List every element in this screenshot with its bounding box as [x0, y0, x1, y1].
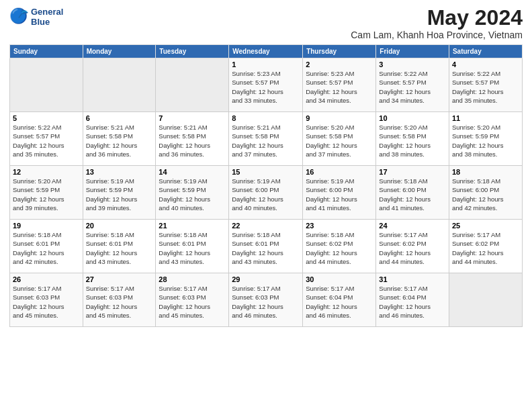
- calendar-cell: [449, 273, 522, 327]
- calendar-header-row: Sunday Monday Tuesday Wednesday Thursday…: [10, 45, 523, 58]
- day-info: Sunrise: 5:17 AM Sunset: 6:04 PM Dayligh…: [306, 284, 373, 320]
- col-thursday: Thursday: [303, 45, 376, 58]
- logo-text-block: General Blue: [31, 7, 63, 27]
- day-info: Sunrise: 5:19 AM Sunset: 6:00 PM Dayligh…: [306, 177, 373, 212]
- calendar-cell: 11Sunrise: 5:20 AM Sunset: 5:59 PM Dayli…: [449, 112, 522, 166]
- col-saturday: Saturday: [449, 45, 522, 58]
- calendar-cell: 1Sunrise: 5:23 AM Sunset: 5:57 PM Daylig…: [229, 58, 303, 112]
- calendar-cell: 2Sunrise: 5:23 AM Sunset: 5:57 PM Daylig…: [303, 58, 376, 112]
- calendar-cell: 7Sunrise: 5:21 AM Sunset: 5:58 PM Daylig…: [156, 112, 229, 166]
- month-title: May 2024: [351, 7, 523, 28]
- day-info: Sunrise: 5:18 AM Sunset: 6:00 PM Dayligh…: [379, 177, 446, 212]
- day-info: Sunrise: 5:18 AM Sunset: 6:01 PM Dayligh…: [232, 230, 300, 266]
- day-info: Sunrise: 5:20 AM Sunset: 5:59 PM Dayligh…: [452, 123, 519, 158]
- calendar-cell: 14Sunrise: 5:19 AM Sunset: 5:59 PM Dayli…: [156, 166, 229, 220]
- day-number: 24: [379, 222, 446, 230]
- calendar-cell: 19Sunrise: 5:18 AM Sunset: 6:01 PM Dayli…: [10, 220, 83, 273]
- day-info: Sunrise: 5:17 AM Sunset: 6:04 PM Dayligh…: [379, 284, 446, 320]
- day-info: Sunrise: 5:17 AM Sunset: 6:02 PM Dayligh…: [379, 230, 446, 266]
- day-info: Sunrise: 5:18 AM Sunset: 6:00 PM Dayligh…: [452, 177, 519, 212]
- day-number: 10: [379, 114, 446, 122]
- calendar-cell: 5Sunrise: 5:22 AM Sunset: 5:57 PM Daylig…: [10, 112, 83, 166]
- col-sunday: Sunday: [10, 45, 83, 58]
- day-info: Sunrise: 5:19 AM Sunset: 5:59 PM Dayligh…: [159, 177, 226, 212]
- day-info: Sunrise: 5:20 AM Sunset: 5:58 PM Dayligh…: [379, 123, 446, 158]
- calendar-week-1: 1Sunrise: 5:23 AM Sunset: 5:57 PM Daylig…: [10, 58, 523, 112]
- day-number: 2: [306, 60, 373, 68]
- calendar-week-4: 19Sunrise: 5:18 AM Sunset: 6:01 PM Dayli…: [10, 220, 523, 273]
- calendar-cell: 8Sunrise: 5:21 AM Sunset: 5:58 PM Daylig…: [229, 112, 303, 166]
- day-info: Sunrise: 5:19 AM Sunset: 6:00 PM Dayligh…: [232, 177, 300, 212]
- calendar-cell: 24Sunrise: 5:17 AM Sunset: 6:02 PM Dayli…: [376, 220, 449, 273]
- calendar-cell: 15Sunrise: 5:19 AM Sunset: 6:00 PM Dayli…: [229, 166, 303, 220]
- col-friday: Friday: [376, 45, 449, 58]
- day-number: 6: [86, 114, 153, 122]
- calendar-cell: 4Sunrise: 5:22 AM Sunset: 5:57 PM Daylig…: [449, 58, 522, 112]
- day-number: 22: [232, 222, 300, 230]
- calendar-cell: 21Sunrise: 5:18 AM Sunset: 6:01 PM Dayli…: [156, 220, 229, 273]
- day-info: Sunrise: 5:19 AM Sunset: 5:59 PM Dayligh…: [86, 177, 153, 212]
- calendar-cell: 25Sunrise: 5:17 AM Sunset: 6:02 PM Dayli…: [449, 220, 522, 273]
- day-number: 11: [452, 114, 519, 122]
- day-info: Sunrise: 5:18 AM Sunset: 6:01 PM Dayligh…: [86, 230, 153, 266]
- day-info: Sunrise: 5:20 AM Sunset: 5:58 PM Dayligh…: [306, 123, 373, 158]
- header: 🔵 General Blue May 2024 Cam Lam, Khanh H…: [9, 7, 523, 40]
- day-info: Sunrise: 5:17 AM Sunset: 6:03 PM Dayligh…: [232, 284, 300, 320]
- calendar-cell: 10Sunrise: 5:20 AM Sunset: 5:58 PM Dayli…: [376, 112, 449, 166]
- day-info: Sunrise: 5:17 AM Sunset: 6:03 PM Dayligh…: [13, 284, 80, 320]
- day-number: 29: [232, 275, 300, 283]
- calendar-cell: 23Sunrise: 5:18 AM Sunset: 6:02 PM Dayli…: [303, 220, 376, 273]
- day-number: 12: [13, 168, 80, 176]
- day-info: Sunrise: 5:21 AM Sunset: 5:58 PM Dayligh…: [159, 123, 226, 158]
- day-info: Sunrise: 5:17 AM Sunset: 6:02 PM Dayligh…: [452, 230, 519, 266]
- calendar-cell: 29Sunrise: 5:17 AM Sunset: 6:03 PM Dayli…: [229, 273, 303, 327]
- logo-line1: General: [31, 7, 63, 17]
- calendar-cell: [10, 58, 83, 112]
- calendar-cell: 27Sunrise: 5:17 AM Sunset: 6:03 PM Dayli…: [83, 273, 156, 327]
- day-info: Sunrise: 5:21 AM Sunset: 5:58 PM Dayligh…: [232, 123, 300, 158]
- day-number: 8: [232, 114, 300, 122]
- day-info: Sunrise: 5:22 AM Sunset: 5:57 PM Dayligh…: [379, 69, 446, 105]
- location-title: Cam Lam, Khanh Hoa Province, Vietnam: [351, 30, 523, 40]
- logo-line2: Blue: [31, 17, 63, 27]
- col-monday: Monday: [83, 45, 156, 58]
- day-info: Sunrise: 5:17 AM Sunset: 6:03 PM Dayligh…: [86, 284, 153, 320]
- calendar-cell: 30Sunrise: 5:17 AM Sunset: 6:04 PM Dayli…: [303, 273, 376, 327]
- calendar-cell: 17Sunrise: 5:18 AM Sunset: 6:00 PM Dayli…: [376, 166, 449, 220]
- day-info: Sunrise: 5:17 AM Sunset: 6:03 PM Dayligh…: [159, 284, 226, 320]
- calendar-week-3: 12Sunrise: 5:20 AM Sunset: 5:59 PM Dayli…: [10, 166, 523, 220]
- day-info: Sunrise: 5:18 AM Sunset: 6:02 PM Dayligh…: [306, 230, 373, 266]
- col-wednesday: Wednesday: [229, 45, 303, 58]
- day-number: 31: [379, 275, 446, 283]
- day-info: Sunrise: 5:21 AM Sunset: 5:58 PM Dayligh…: [86, 123, 153, 158]
- day-number: 26: [13, 275, 80, 283]
- calendar-cell: 22Sunrise: 5:18 AM Sunset: 6:01 PM Dayli…: [229, 220, 303, 273]
- svg-text:🔵: 🔵: [9, 7, 28, 25]
- day-number: 28: [159, 275, 226, 283]
- calendar-cell: 6Sunrise: 5:21 AM Sunset: 5:58 PM Daylig…: [83, 112, 156, 166]
- calendar-week-5: 26Sunrise: 5:17 AM Sunset: 6:03 PM Dayli…: [10, 273, 523, 327]
- col-tuesday: Tuesday: [156, 45, 229, 58]
- day-number: 1: [232, 60, 300, 68]
- day-number: 13: [86, 168, 153, 176]
- calendar-cell: 26Sunrise: 5:17 AM Sunset: 6:03 PM Dayli…: [10, 273, 83, 327]
- day-number: 20: [86, 222, 153, 230]
- day-number: 21: [159, 222, 226, 230]
- calendar-cell: 31Sunrise: 5:17 AM Sunset: 6:04 PM Dayli…: [376, 273, 449, 327]
- calendar-cell: [156, 58, 229, 112]
- calendar-week-2: 5Sunrise: 5:22 AM Sunset: 5:57 PM Daylig…: [10, 112, 523, 166]
- calendar-cell: 28Sunrise: 5:17 AM Sunset: 6:03 PM Dayli…: [156, 273, 229, 327]
- day-info: Sunrise: 5:22 AM Sunset: 5:57 PM Dayligh…: [452, 69, 519, 105]
- day-number: 19: [13, 222, 80, 230]
- day-number: 14: [159, 168, 226, 176]
- day-number: 3: [379, 60, 446, 68]
- page: 🔵 General Blue May 2024 Cam Lam, Khanh H…: [0, 0, 532, 411]
- calendar-cell: 9Sunrise: 5:20 AM Sunset: 5:58 PM Daylig…: [303, 112, 376, 166]
- day-number: 18: [452, 168, 519, 176]
- title-block: May 2024 Cam Lam, Khanh Hoa Province, Vi…: [351, 7, 523, 40]
- day-number: 25: [452, 222, 519, 230]
- calendar-cell: [83, 58, 156, 112]
- calendar-cell: 20Sunrise: 5:18 AM Sunset: 6:01 PM Dayli…: [83, 220, 156, 273]
- day-info: Sunrise: 5:22 AM Sunset: 5:57 PM Dayligh…: [13, 123, 80, 158]
- day-info: Sunrise: 5:23 AM Sunset: 5:57 PM Dayligh…: [306, 69, 373, 105]
